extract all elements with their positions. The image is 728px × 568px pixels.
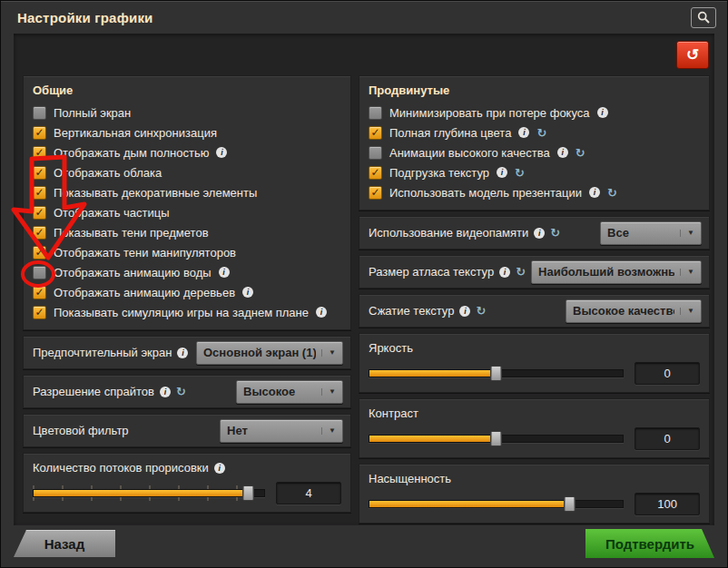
dropdown[interactable]: Наибольший возможный ▼ [531, 260, 702, 284]
info-icon[interactable]: i [316, 307, 327, 318]
checkbox-row[interactable]: ✓ Отображать облака [33, 162, 341, 182]
setting-label: Разрешение спрайтов [33, 385, 154, 398]
advanced-section: Продвинутые Минимизировать при потере фо… [359, 75, 710, 211]
checkbox[interactable] [369, 146, 382, 160]
checkbox[interactable]: ✓ [33, 126, 46, 140]
checkbox-row[interactable]: ✓ Отображать анимацию деревьев i [33, 282, 341, 302]
dropdown-value: Наибольший возможный [538, 265, 674, 279]
checkbox[interactable] [33, 266, 46, 279]
slider-value[interactable]: 0 [635, 427, 700, 450]
dropdown[interactable]: Высокое качество ▼ [566, 299, 702, 323]
checkbox-row[interactable]: Отображать анимацию воды i [33, 262, 341, 282]
checkbox-label: Вертикальная синхронизация [54, 126, 217, 140]
slider-thumb[interactable] [490, 431, 502, 446]
setting-label: Размер атласа текстур [369, 265, 494, 279]
dropdown[interactable]: Нет ▼ [220, 419, 343, 443]
dropdown-value: Основной экран (1) [203, 346, 316, 359]
info-icon[interactable]: i [459, 306, 470, 317]
restart-required-icon: ↻ [550, 227, 560, 239]
checkbox-row[interactable]: Полный экран [33, 103, 341, 122]
info-icon[interactable]: i [557, 147, 568, 158]
setting-label: Использование видеопамяти [369, 226, 528, 240]
dropdown[interactable]: Все ▼ [600, 221, 702, 245]
info-icon[interactable]: i [160, 387, 171, 397]
info-icon[interactable]: i [177, 348, 188, 358]
info-icon[interactable]: i [216, 147, 227, 158]
restart-required-icon: ↻ [576, 147, 585, 159]
titlebar-drag-area[interactable] [153, 1, 691, 34]
checkbox-label: Отображать частицы [54, 206, 170, 220]
checkbox-row[interactable]: ✓ Вертикальная синхронизация [33, 122, 341, 142]
chevron-down-icon: ▼ [680, 230, 694, 237]
slider-fill [369, 370, 496, 377]
info-icon[interactable]: i [597, 107, 608, 118]
slider-thumb[interactable] [490, 366, 502, 381]
checkbox-row[interactable]: ✓ Отображать дым полностью i [33, 142, 341, 162]
checkbox-row[interactable]: ✓ Показывать симуляцию игры на заднем пл… [33, 302, 341, 322]
checkbox[interactable]: ✓ [33, 166, 46, 180]
preset-bar: ↻ [19, 37, 709, 72]
checkbox-row[interactable]: ✓ Показывать декоративные элементы [33, 182, 341, 202]
checkbox-row[interactable]: Анимации высокого качества i ↻ [369, 142, 700, 162]
slider[interactable] [369, 430, 624, 447]
checkbox[interactable] [369, 106, 382, 120]
reset-button[interactable]: ↻ [676, 41, 709, 69]
checkbox[interactable]: ✓ [369, 126, 382, 140]
checkbox-label: Отображать облака [54, 166, 162, 180]
checkbox-row[interactable]: ✓ Полная глубина цвета i ↻ [369, 122, 700, 142]
slider[interactable] [369, 365, 624, 382]
render-threads-slider[interactable] [33, 485, 265, 502]
back-button[interactable]: Назад [14, 530, 115, 557]
info-icon[interactable]: i [497, 167, 507, 178]
checkbox[interactable]: ✓ [33, 246, 46, 260]
slider-row: Насыщенность 100 [359, 464, 710, 524]
checkbox[interactable]: ✓ [33, 206, 46, 220]
setting-row: Разрешение спрайтов i ↻ Высокое ▼ [23, 375, 351, 408]
info-icon[interactable]: i [219, 267, 230, 278]
checkbox[interactable]: ✓ [369, 186, 382, 200]
checkbox-row[interactable]: ✓ Использовать модель презентации i ↻ [369, 182, 700, 202]
info-icon[interactable]: i [518, 127, 529, 138]
checkbox[interactable]: ✓ [33, 306, 46, 319]
dropdown[interactable]: Основной экран (1) ▼ [196, 341, 343, 365]
info-icon[interactable]: i [499, 267, 510, 278]
checkbox-row[interactable]: ✓ Отображать частицы [33, 202, 341, 222]
checkbox[interactable]: ✓ [33, 186, 46, 200]
checkbox-label: Отображать анимацию воды [54, 266, 212, 279]
checkbox[interactable] [33, 106, 46, 120]
checkbox-row[interactable]: ✓ Подгрузка текстур i ↻ [369, 162, 700, 182]
checkbox-row[interactable]: ✓ Показывать тени предметов [33, 222, 341, 242]
slider-thumb[interactable] [564, 496, 576, 512]
slider-value[interactable]: 4 [276, 482, 341, 504]
info-icon[interactable]: i [589, 187, 600, 198]
checkbox-row[interactable]: ✓ Отображать тени манипуляторов [33, 242, 341, 262]
info-icon[interactable]: i [214, 463, 225, 474]
setting-row: Использование видеопамяти i ↻ Все ▼ [359, 216, 710, 250]
checkbox[interactable]: ✓ [33, 226, 46, 240]
info-icon[interactable]: i [242, 287, 253, 298]
restart-required-icon: ↻ [515, 167, 525, 179]
setting-label: Количество потоков прорисовки [33, 461, 209, 475]
slider-fill [34, 490, 248, 496]
checkbox[interactable]: ✓ [33, 286, 46, 299]
dropdown-value: Все [607, 226, 629, 240]
confirm-button[interactable]: Подтвердить [585, 529, 714, 558]
info-icon[interactable]: i [534, 228, 545, 239]
slider-value[interactable]: 100 [635, 493, 700, 515]
dropdown[interactable]: Высокое ▼ [236, 380, 343, 404]
slider-value[interactable]: 0 [635, 362, 700, 385]
dropdown-value: Нет [227, 424, 248, 437]
slider-thumb[interactable] [242, 485, 254, 501]
render-threads-row: Количество потоков прорисовки i 4 [23, 453, 351, 513]
search-button[interactable] [691, 7, 716, 28]
checkbox-row[interactable]: Минимизировать при потере фокуса i [369, 103, 700, 122]
chevron-down-icon: ▼ [321, 388, 336, 396]
slider[interactable] [369, 495, 624, 513]
chevron-down-icon: ▼ [680, 269, 694, 276]
setting-row: Предпочтительный экран i Основной экран … [23, 336, 351, 369]
checkbox-label: Подгрузка текстур [389, 166, 489, 180]
dropdown-value: Высокое [243, 385, 295, 398]
checkbox[interactable]: ✓ [33, 146, 46, 160]
checkbox[interactable]: ✓ [369, 166, 382, 180]
dropdown-value: Высокое качество [573, 304, 674, 318]
